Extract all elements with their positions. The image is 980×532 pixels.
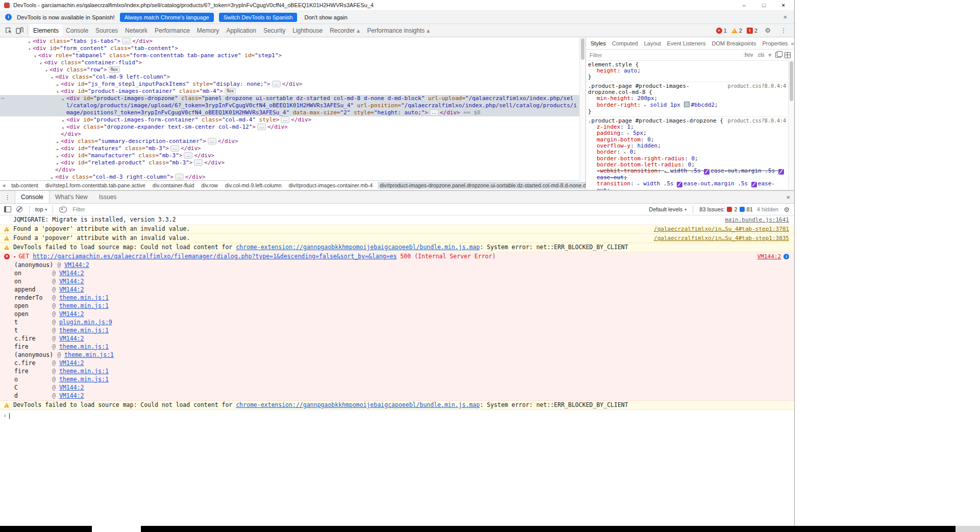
copy-styles-icon[interactable] bbox=[775, 52, 781, 58]
collapsed-children-badge[interactable]: … bbox=[122, 38, 131, 44]
expand-arrow-icon[interactable]: ▸ bbox=[61, 124, 66, 131]
dom-node[interactable]: ▸<div id="product-images-form-container"… bbox=[0, 116, 585, 124]
stack-frame-location-link[interactable]: plugin.min.js:9 bbox=[59, 319, 112, 326]
collapsed-children-badge[interactable]: … bbox=[170, 145, 179, 152]
tab-styles[interactable]: Styles bbox=[587, 40, 609, 46]
scrollbar-thumb[interactable] bbox=[790, 61, 793, 101]
minimize-button[interactable]: – bbox=[743, 1, 746, 10]
infobar-close-icon[interactable]: × bbox=[783, 13, 789, 21]
collapsed-children-badge[interactable]: … bbox=[281, 116, 289, 123]
expand-arrow-icon[interactable]: ▸ bbox=[61, 117, 66, 124]
expand-arrow-icon[interactable]: ▸ bbox=[55, 138, 60, 146]
tab-lighthouse[interactable]: Lighthouse bbox=[289, 24, 326, 37]
source-location-link[interactable]: /qalaecrzalfimlxo/in…Su_4#tab-step1:3781 bbox=[654, 225, 789, 233]
breadcrumb-item[interactable]: div#product-images-container.mb-4 bbox=[287, 182, 375, 189]
stylesheet-link[interactable]: product.css?8.0.4:4 bbox=[724, 118, 786, 124]
expand-arrow-icon[interactable]: ▸ bbox=[55, 146, 60, 153]
collapse-arrow-icon[interactable]: ▾ bbox=[13, 254, 16, 259]
tab-layout[interactable]: Layout bbox=[641, 40, 664, 46]
color-swatch[interactable] bbox=[684, 102, 690, 107]
collapse-arrow-icon[interactable]: ▾ bbox=[38, 60, 43, 67]
console-message-warning[interactable]: DevTools failed to load source map: Coul… bbox=[0, 401, 794, 410]
dom-node[interactable]: ▸<div id="manufacturer" class="mb-3">…</… bbox=[0, 152, 585, 159]
bezier-swatch-icon[interactable] bbox=[751, 182, 757, 187]
always-match-language-button[interactable]: Always match Chrome's language bbox=[120, 13, 214, 22]
stack-frame-location-link[interactable]: theme.min.js:1 bbox=[59, 368, 109, 375]
stack-frame-location-link[interactable]: VM144:2 bbox=[59, 335, 84, 343]
stack-frame-location-link[interactable]: VM144:2 bbox=[59, 310, 84, 318]
stack-frame-location-link[interactable]: theme.min.js:1 bbox=[64, 351, 114, 359]
more-tabs-icon[interactable]: » bbox=[791, 40, 796, 46]
expand-arrow-icon[interactable]: ▸ bbox=[55, 81, 60, 88]
stack-frame-location-link[interactable]: VM144:2 bbox=[59, 278, 84, 285]
expand-shorthand-icon[interactable]: ▸ bbox=[627, 131, 633, 136]
live-expression-eye-icon[interactable] bbox=[59, 205, 67, 213]
drawer-tab-issues[interactable]: Issues bbox=[93, 191, 122, 203]
source-location-link[interactable]: main.bundle.js:1641 bbox=[725, 216, 789, 224]
stack-frame-location-link[interactable]: theme.min.js:1 bbox=[59, 302, 109, 310]
computed-panel-toggle-icon[interactable] bbox=[785, 52, 791, 58]
dom-node[interactable]: ▾<div id="product-images-container" clas… bbox=[0, 88, 585, 95]
javascript-context-selector[interactable]: top ▾ bbox=[35, 206, 47, 212]
console-message-warning[interactable]: DevTools failed to load source map: Coul… bbox=[0, 243, 794, 252]
issues-counter[interactable]: 83 Issues: 2 81 bbox=[699, 206, 753, 212]
bezier-swatch-icon[interactable] bbox=[704, 169, 709, 175]
console-warnings-badge[interactable]: 2 bbox=[731, 28, 742, 34]
tab-performance[interactable]: Performance bbox=[151, 24, 193, 37]
stack-frame-location-link[interactable]: VM144:2 bbox=[59, 392, 84, 400]
console-sidebar-icon[interactable] bbox=[4, 205, 12, 213]
stack-frame-location-link[interactable]: theme.min.js:1 bbox=[59, 343, 109, 351]
toggle-classes-button[interactable]: .cls bbox=[756, 52, 764, 58]
tab-dom-breakpoints[interactable]: DOM Breakpoints bbox=[709, 40, 760, 46]
new-style-rule-button[interactable]: + bbox=[768, 53, 772, 58]
clear-console-icon[interactable] bbox=[15, 205, 23, 213]
console-message-warning[interactable]: Found a 'popover' attribute with an inva… bbox=[0, 234, 794, 243]
css-property[interactable]: transition: ▸ width .5s ease-out,margin … bbox=[588, 181, 786, 190]
dom-node[interactable]: ▸<div id="js_form_step1_inputPackItems" … bbox=[0, 81, 585, 88]
stack-frame-location-link[interactable]: VM144:2 bbox=[59, 286, 84, 294]
flex-badge[interactable]: flex bbox=[225, 88, 236, 94]
tab-network[interactable]: Network bbox=[121, 24, 151, 37]
expand-arrow-icon[interactable]: ▸ bbox=[55, 153, 60, 160]
tab-computed[interactable]: Computed bbox=[609, 40, 641, 46]
breadcrumb-item[interactable]: tab-content bbox=[9, 182, 40, 189]
collapsed-children-badge[interactable]: … bbox=[175, 174, 184, 180]
collapsed-children-badge[interactable]: … bbox=[430, 109, 438, 116]
stack-frame-location-link[interactable]: theme.min.js:1 bbox=[59, 327, 109, 334]
dom-node[interactable]: ▸<div id="features" class="mb-3">…</div> bbox=[0, 145, 585, 152]
stack-frame-location-link[interactable]: VM144:2 bbox=[59, 270, 84, 277]
dom-node[interactable]: ▸<div class="col-md-3 right-column">…</d… bbox=[0, 174, 585, 180]
settings-gear-icon[interactable]: ⚙ bbox=[762, 25, 773, 36]
collapse-arrow-icon[interactable]: ▾ bbox=[55, 88, 60, 95]
message-link[interactable]: http://garciamachin.es/qalaecrzalfimlxo/… bbox=[33, 253, 397, 260]
source-location-link[interactable]: VM144:2 bbox=[757, 253, 781, 260]
expand-arrow-icon[interactable]: ▸ bbox=[61, 95, 66, 103]
dom-node[interactable]: ▸<div class="dropzone-expander text-sm-c… bbox=[0, 124, 585, 131]
tab-elements[interactable]: Elements bbox=[30, 24, 62, 37]
dom-node[interactable]: ▾<div id="form_content" class="tab-conte… bbox=[0, 45, 585, 52]
console-prompt[interactable]: › bbox=[0, 410, 794, 422]
expand-shorthand-icon[interactable]: ▸ bbox=[637, 182, 643, 186]
stack-frame-location-link[interactable]: VM144:2 bbox=[59, 384, 84, 392]
dom-node[interactable]: </div> bbox=[0, 166, 585, 174]
breadcrumb-item[interactable]: div#product-images-dropzone.panel.dropzo… bbox=[378, 182, 585, 189]
close-button[interactable]: × bbox=[782, 1, 785, 10]
toggle-element-state-button[interactable]: :hov bbox=[744, 52, 753, 58]
expand-arrow-icon[interactable]: ▸ bbox=[27, 38, 32, 45]
css-property[interactable]: border-right: ▸ solid 1px #bbcdd2; bbox=[588, 102, 786, 109]
bezier-swatch-icon[interactable] bbox=[677, 182, 682, 187]
log-levels-selector[interactable]: Default levels ▾ bbox=[649, 206, 687, 212]
message-link[interactable]: chrome-extension://gannpgaobkkhmpomoijeb… bbox=[236, 401, 480, 408]
breadcrumb-item[interactable]: div.row bbox=[199, 182, 219, 189]
elements-scrollbar[interactable] bbox=[579, 37, 585, 181]
taskbar[interactable] bbox=[0, 526, 980, 532]
stack-frame-location-link[interactable]: VM144:2 bbox=[59, 359, 84, 367]
tab-console[interactable]: Console bbox=[62, 24, 92, 37]
drawer-close-icon[interactable]: × bbox=[786, 194, 790, 201]
dom-node[interactable]: ▸<div id="product-images-dropzone" class… bbox=[0, 95, 585, 116]
stack-frame-location-link[interactable]: theme.min.js:1 bbox=[59, 376, 109, 383]
dom-node[interactable]: ▾<div class="container-fluid"> bbox=[0, 59, 585, 66]
collapse-arrow-icon[interactable]: ▾ bbox=[50, 74, 55, 81]
tab-sources[interactable]: Sources bbox=[92, 24, 121, 37]
device-toolbar-icon[interactable] bbox=[14, 25, 25, 36]
